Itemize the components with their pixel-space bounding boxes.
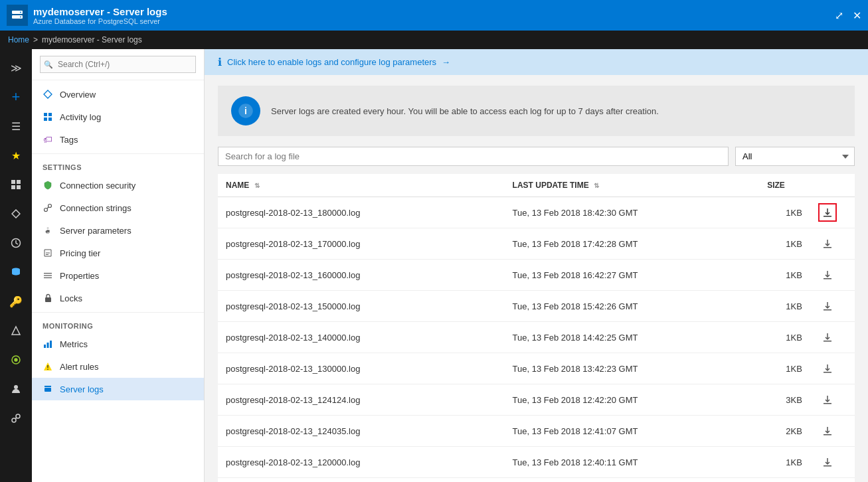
log-size: 1KB (759, 197, 810, 228)
sidebar-label-properties: Properties (60, 271, 99, 281)
info-banner[interactable]: ℹ Click here to enable logs and configur… (205, 49, 868, 75)
sidebar-item-connection-security[interactable]: Connection security (32, 174, 204, 197)
breadcrumb-home[interactable]: Home (8, 35, 29, 44)
top-bar: mydemoserver - Server logs Azure Databas… (0, 0, 868, 31)
svg-rect-22 (48, 118, 52, 121)
sidebar-label-metrics: Metrics (60, 339, 88, 349)
maximize-button[interactable]: ⤢ (835, 9, 843, 22)
svg-point-24 (48, 204, 52, 208)
svg-rect-34 (47, 365, 48, 368)
iconbar-menu[interactable]: ☰ (3, 113, 29, 139)
log-name: postgresql-2018-02-13_150000.log (218, 291, 505, 322)
page-title: mydemoserver - Server logs (33, 6, 167, 17)
svg-rect-28 (44, 278, 52, 278)
download-button[interactable] (818, 453, 837, 471)
download-button[interactable] (818, 297, 837, 315)
iconbar-db[interactable] (3, 259, 29, 285)
log-name: postgresql-2018-02-13_124124.log (218, 384, 505, 416)
download-button[interactable] (818, 266, 837, 284)
log-size: 1KB (759, 228, 810, 260)
svg-rect-45 (824, 278, 831, 280)
log-search-input[interactable] (218, 147, 729, 166)
log-action (810, 416, 855, 447)
log-time: Tue, 13 Feb 2018 13:42:23 GMT (505, 353, 760, 384)
iconbar-list[interactable] (3, 171, 29, 198)
iconbar-person[interactable] (3, 376, 29, 402)
sidebar-divider-2 (32, 312, 204, 313)
download-button[interactable] (818, 359, 837, 378)
info-banner-arrow: → (442, 57, 450, 67)
info-box: i Server logs are created every hour. Yo… (218, 86, 855, 136)
svg-rect-49 (824, 341, 831, 342)
sidebar-item-alert-rules[interactable]: Alert rules (32, 355, 204, 378)
svg-marker-11 (12, 327, 20, 335)
sidebar-item-pricing-tier[interactable]: Pricing tier (32, 242, 204, 264)
table-row: postgresql-2018-02-13_110000.logTue, 13 … (218, 478, 855, 483)
sidebar-label-server-logs: Server logs (60, 384, 104, 394)
download-button[interactable] (818, 203, 837, 222)
sidebar-item-activity-log[interactable]: Activity log (32, 106, 204, 128)
icon-bar: ≫ + ☰ ★ 🔑 (0, 49, 32, 482)
svg-rect-6 (11, 185, 15, 189)
log-size: 2KB (759, 416, 810, 447)
table-row: postgresql-2018-02-13_180000.logTue, 13 … (218, 197, 855, 228)
svg-rect-53 (824, 403, 831, 404)
log-action (810, 322, 855, 353)
sidebar-item-connection-strings[interactable]: Connection strings (32, 197, 204, 219)
log-time: Tue, 13 Feb 2018 11:43:01 GMT (505, 478, 760, 483)
iconbar-plus[interactable]: + (3, 84, 29, 110)
svg-rect-43 (824, 247, 831, 248)
time-sort-icon[interactable]: ⇅ (594, 182, 599, 189)
iconbar-clock[interactable] (3, 230, 29, 256)
log-size: 1KB (759, 260, 810, 291)
iconbar-circle[interactable] (3, 347, 29, 373)
svg-rect-20 (48, 113, 52, 116)
svg-rect-47 (824, 309, 831, 311)
svg-rect-36 (44, 386, 51, 387)
download-button[interactable] (818, 422, 837, 440)
log-action (810, 478, 855, 483)
iconbar-diamond[interactable] (3, 201, 29, 227)
log-name: postgresql-2018-02-13_124035.log (218, 416, 505, 447)
log-action (810, 384, 855, 416)
log-time: Tue, 13 Feb 2018 15:42:26 GMT (505, 291, 760, 322)
sidebar-item-properties[interactable]: Properties (32, 264, 204, 287)
sidebar-item-locks[interactable]: Locks (32, 287, 204, 309)
table-row: postgresql-2018-02-13_140000.logTue, 13 … (218, 322, 855, 353)
info-box-text: Server logs are created every hour. You … (271, 106, 659, 116)
iconbar-link[interactable] (3, 405, 29, 432)
svg-rect-4 (11, 180, 15, 184)
search-input[interactable] (40, 56, 196, 73)
top-bar-left: mydemoserver - Server logs Azure Databas… (7, 5, 835, 26)
sidebar-label-alert-rules: Alert rules (60, 362, 99, 372)
iconbar-key[interactable]: 🔑 (3, 288, 29, 315)
iconbar-shape[interactable] (3, 317, 29, 344)
log-action (810, 197, 855, 228)
download-button[interactable] (818, 328, 837, 347)
iconbar-star[interactable]: ★ (3, 142, 29, 169)
sidebar-item-server-parameters[interactable]: Server parameters (32, 219, 204, 242)
filter-dropdown[interactable]: All (735, 147, 855, 166)
download-button[interactable] (818, 390, 837, 409)
logs-table-body: postgresql-2018-02-13_180000.logTue, 13 … (218, 197, 855, 483)
sidebar-item-metrics[interactable]: Metrics (32, 333, 204, 355)
breadcrumb-separator: > (33, 35, 38, 44)
sidebar-item-server-logs[interactable]: Server logs (32, 378, 204, 400)
log-action (810, 447, 855, 478)
download-button[interactable] (818, 234, 837, 253)
svg-rect-35 (47, 369, 48, 370)
svg-rect-21 (44, 118, 47, 121)
svg-point-16 (16, 414, 20, 418)
log-size: 1KB (759, 447, 810, 478)
iconbar-expand[interactable]: ≫ (3, 54, 29, 81)
sidebar-item-tags[interactable]: 🏷 Tags (32, 128, 204, 151)
log-size: 1KB (759, 478, 810, 483)
sidebar-label-pricing-tier: Pricing tier (60, 248, 100, 258)
svg-point-15 (12, 418, 16, 422)
close-button[interactable]: ✕ (853, 9, 861, 22)
name-sort-icon[interactable]: ⇅ (254, 182, 260, 189)
sidebar-item-overview[interactable]: Overview (32, 83, 204, 106)
breadcrumb: Home > mydemoserver - Server logs (0, 31, 868, 49)
svg-rect-32 (50, 341, 52, 348)
svg-rect-5 (17, 180, 21, 184)
